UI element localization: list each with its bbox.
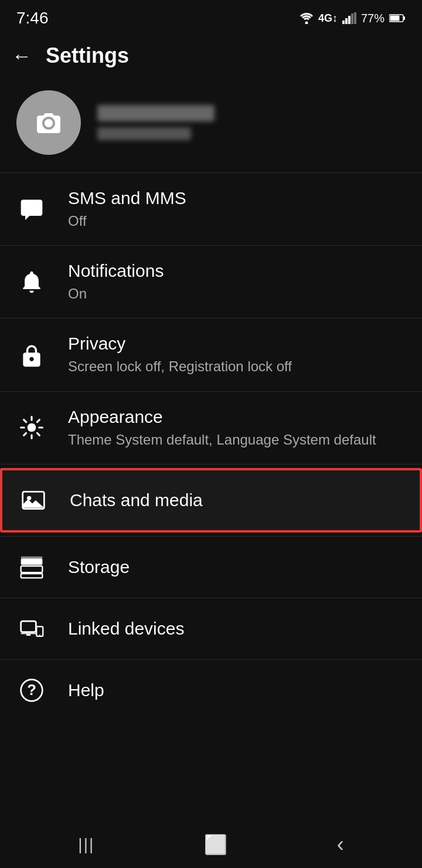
item-icon-appearance — [16, 412, 47, 443]
svg-rect-7 — [390, 16, 400, 21]
svg-line-16 — [37, 420, 39, 422]
svg-rect-21 — [21, 556, 43, 558]
bottom-nav: ||| ⬜ ‹ — [0, 821, 422, 868]
back-button[interactable]: ← — [12, 46, 32, 66]
item-title-sms: SMS and MMS — [68, 188, 186, 208]
svg-text:?: ? — [27, 681, 36, 698]
svg-point-9 — [28, 423, 36, 432]
item-icon-storage — [16, 552, 47, 582]
svg-rect-8 — [403, 16, 405, 20]
settings-item-linked-devices[interactable]: Linked devices — [0, 598, 422, 659]
nav-recent-button[interactable]: ||| — [60, 829, 112, 860]
4g-icon: 4G↕ — [318, 12, 338, 25]
svg-rect-2 — [345, 18, 348, 24]
item-subtitle-sms: Off — [68, 212, 186, 230]
item-text-sms: SMS and MMS Off — [68, 188, 186, 230]
camera-icon — [35, 108, 63, 137]
status-icons: 4G↕ 77% — [300, 12, 406, 25]
item-text-appearance: Appearance Theme System default, Languag… — [68, 407, 376, 449]
settings-item-appearance[interactable]: Appearance Theme System default, Languag… — [0, 392, 422, 464]
item-subtitle-privacy: Screen lock off, Registration lock off — [68, 357, 292, 375]
item-subtitle-appearance: Theme System default, Language System de… — [68, 430, 376, 449]
item-text-chats: Chats and media — [70, 490, 203, 510]
profile-section[interactable] — [0, 79, 422, 172]
profile-name — [97, 105, 215, 121]
item-text-storage: Storage — [68, 557, 130, 577]
svg-rect-22 — [21, 566, 43, 572]
header: ← Settings — [0, 33, 422, 79]
item-text-privacy: Privacy Screen lock off, Registration lo… — [68, 334, 292, 375]
settings-item-help[interactable]: ? Help — [0, 660, 422, 721]
settings-item-notifications[interactable]: Notifications On — [0, 246, 422, 318]
item-subtitle-notifications: On — [68, 284, 164, 303]
settings-list: SMS and MMS Off Notifications On Privacy… — [0, 173, 422, 768]
item-icon-help: ? — [16, 675, 47, 706]
wifi-icon — [300, 12, 314, 24]
svg-line-15 — [37, 433, 39, 436]
devices-icon — [19, 616, 45, 642]
item-icon-sms — [16, 194, 47, 225]
item-text-notifications: Notifications On — [68, 261, 164, 303]
svg-point-28 — [39, 635, 40, 636]
image-icon — [21, 487, 46, 513]
nav-back-button[interactable]: ‹ — [319, 826, 362, 863]
item-icon-notifications — [16, 267, 47, 297]
lock-icon — [19, 342, 45, 368]
svg-rect-1 — [342, 21, 345, 24]
battery-icon — [389, 13, 406, 23]
svg-rect-3 — [348, 16, 350, 24]
item-title-storage: Storage — [68, 557, 130, 577]
chat-icon — [19, 196, 45, 222]
item-text-linked-devices: Linked devices — [68, 619, 184, 639]
item-title-help: Help — [68, 680, 104, 700]
signal-icon — [342, 12, 356, 24]
svg-rect-4 — [351, 13, 353, 24]
svg-line-14 — [24, 420, 26, 422]
svg-rect-5 — [354, 12, 356, 24]
item-title-linked-devices: Linked devices — [68, 619, 184, 639]
item-title-privacy: Privacy — [68, 334, 292, 354]
storage-icon — [19, 554, 45, 580]
item-title-appearance: Appearance — [68, 407, 376, 427]
help-icon: ? — [19, 677, 45, 703]
settings-item-sms-mms[interactable]: SMS and MMS Off — [0, 173, 422, 245]
settings-item-storage[interactable]: Storage — [0, 537, 422, 598]
svg-rect-24 — [21, 621, 36, 632]
svg-rect-26 — [26, 634, 30, 636]
svg-rect-25 — [21, 633, 36, 634]
svg-point-0 — [305, 22, 308, 25]
sun-icon — [19, 415, 45, 440]
item-icon-chats — [18, 485, 49, 516]
status-bar: 7:46 4G↕ 77% — [0, 0, 422, 33]
profile-status — [97, 127, 191, 140]
status-time: 7:46 — [16, 9, 49, 28]
divider-4 — [0, 464, 422, 464]
settings-item-privacy[interactable]: Privacy Screen lock off, Registration lo… — [0, 318, 422, 391]
profile-info — [97, 105, 215, 140]
bell-icon — [19, 269, 45, 295]
nav-home-button[interactable]: ⬜ — [186, 828, 245, 862]
item-text-help: Help — [68, 680, 104, 700]
svg-line-17 — [24, 433, 26, 436]
avatar[interactable] — [16, 90, 81, 155]
svg-rect-20 — [21, 558, 43, 565]
item-icon-linked-devices — [16, 613, 47, 644]
item-title-notifications: Notifications — [68, 261, 164, 281]
svg-rect-23 — [21, 574, 43, 578]
battery-text: 77% — [361, 12, 384, 25]
item-title-chats: Chats and media — [70, 490, 203, 510]
page-title: Settings — [46, 43, 129, 68]
settings-item-chats-media[interactable]: Chats and media — [0, 468, 422, 533]
item-icon-privacy — [16, 340, 47, 370]
